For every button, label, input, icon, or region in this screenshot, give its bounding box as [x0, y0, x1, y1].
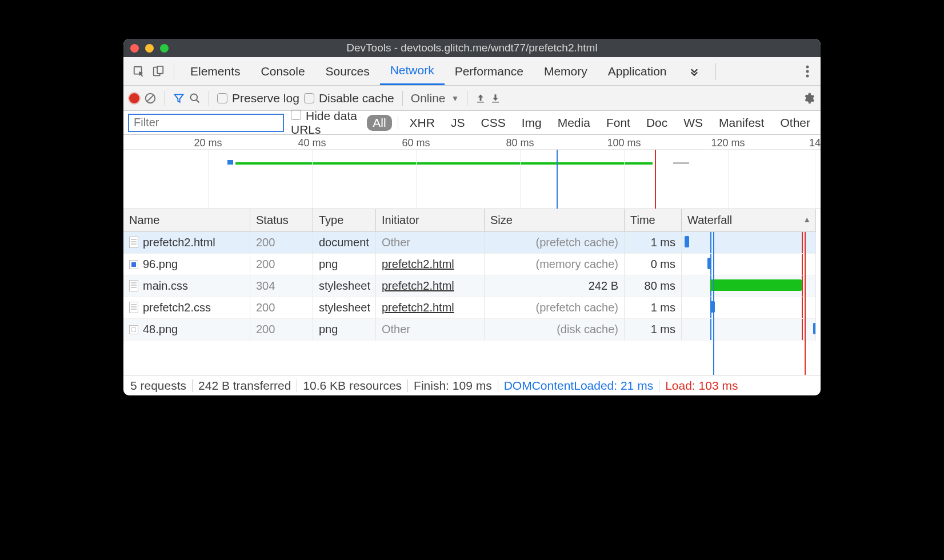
devtools-window: DevTools - devtools.glitch.me/wndt77/pre… — [123, 39, 821, 395]
tab-sources[interactable]: Sources — [315, 57, 380, 85]
more-tabs-icon[interactable] — [679, 57, 710, 85]
request-size: (disk cache) — [485, 319, 625, 341]
request-status: 200 — [250, 297, 313, 319]
filter-bar: Hide data URLs AllXHRJSCSSImgMediaFontDo… — [123, 111, 821, 135]
column-header-type[interactable]: Type — [313, 209, 376, 232]
column-header-size[interactable]: Size — [485, 209, 625, 232]
document-icon — [129, 302, 138, 313]
timeline-tick: 20 ms — [194, 137, 222, 149]
main-tab-bar: ElementsConsoleSourcesNetworkPerformance… — [123, 57, 821, 86]
request-status: 304 — [250, 275, 313, 297]
minimize-window-dot[interactable] — [145, 44, 154, 53]
inspect-element-icon[interactable] — [129, 62, 149, 81]
request-waterfall — [682, 232, 816, 254]
table-row[interactable]: prefetch2.html200documentOther(prefetch … — [123, 232, 821, 254]
titlebar: DevTools - devtools.glitch.me/wndt77/pre… — [123, 39, 821, 57]
request-type: stylesheet — [313, 297, 376, 319]
status-requests: 5 requests — [130, 379, 186, 393]
timeline-tick: 40 ms — [298, 137, 326, 149]
timeline-tick: 14 — [809, 137, 821, 149]
kebab-menu-icon[interactable] — [800, 65, 815, 78]
preserve-log-label: Preserve log — [232, 91, 299, 105]
request-waterfall — [682, 275, 816, 297]
request-table: prefetch2.html200documentOther(prefetch … — [123, 232, 821, 375]
request-time: 1 ms — [625, 232, 682, 254]
search-icon[interactable] — [189, 93, 201, 104]
filter-input[interactable] — [128, 114, 284, 132]
type-filter-css[interactable]: CSS — [475, 115, 511, 131]
svg-rect-8 — [477, 102, 484, 103]
request-waterfall — [682, 254, 816, 275]
timeline-overview[interactable]: 20 ms40 ms60 ms80 ms100 ms120 ms14 — [123, 135, 821, 209]
status-resources: 10.6 KB resources — [303, 379, 402, 393]
svg-point-5 — [806, 74, 809, 77]
preserve-log-checkbox[interactable]: Preserve log — [217, 91, 299, 105]
request-waterfall — [682, 319, 816, 341]
throttling-select[interactable]: Online ▼ — [411, 91, 459, 105]
device-toggle-icon[interactable] — [149, 62, 168, 81]
status-finish: Finish: 109 ms — [414, 379, 492, 393]
chevron-down-icon: ▼ — [451, 94, 459, 103]
type-filter-ws[interactable]: WS — [678, 115, 709, 131]
disable-cache-label: Disable cache — [319, 91, 394, 105]
request-initiator[interactable]: prefetch2.html — [376, 254, 485, 275]
zoom-window-dot[interactable] — [160, 44, 169, 53]
table-row[interactable]: 48.png200pngOther(disk cache)1 ms — [123, 319, 821, 341]
type-filter-manifest[interactable]: Manifest — [713, 115, 770, 131]
svg-rect-2 — [157, 66, 163, 73]
tab-application[interactable]: Application — [598, 57, 677, 85]
gear-icon[interactable] — [802, 92, 815, 105]
request-name: prefetch2.css — [143, 301, 211, 314]
request-initiator[interactable]: prefetch2.html — [376, 297, 485, 319]
type-filter-xhr[interactable]: XHR — [404, 115, 441, 131]
type-filter-img[interactable]: Img — [516, 115, 547, 131]
type-filter-font[interactable]: Font — [601, 115, 636, 131]
tab-console[interactable]: Console — [251, 57, 315, 85]
timeline-tick: 60 ms — [402, 137, 430, 149]
document-icon — [129, 237, 138, 248]
disable-cache-checkbox[interactable]: Disable cache — [304, 91, 394, 105]
request-status: 200 — [250, 254, 313, 275]
table-row[interactable]: 96.png200pngprefetch2.html(memory cache)… — [123, 254, 821, 275]
upload-har-icon[interactable] — [475, 93, 486, 104]
window-title: DevTools - devtools.glitch.me/wndt77/pre… — [123, 42, 821, 54]
status-domcontentloaded: DOMContentLoaded: 21 ms — [504, 379, 653, 393]
status-bar: 5 requests 242 B transferred 10.6 KB res… — [123, 375, 821, 395]
status-load: Load: 103 ms — [665, 379, 738, 393]
record-icon[interactable] — [129, 93, 139, 103]
type-filter-other[interactable]: Other — [774, 115, 816, 131]
type-filter-all[interactable]: All — [367, 115, 391, 131]
table-row[interactable]: main.css304stylesheetprefetch2.html242 B… — [123, 275, 821, 297]
tab-elements[interactable]: Elements — [180, 57, 251, 85]
tab-performance[interactable]: Performance — [445, 57, 534, 85]
type-filter-media[interactable]: Media — [552, 115, 596, 131]
request-name: 96.png — [143, 258, 178, 270]
request-time: 1 ms — [625, 297, 682, 319]
column-header-name[interactable]: Name — [123, 209, 250, 232]
svg-point-7 — [191, 94, 198, 101]
tab-network[interactable]: Network — [380, 57, 445, 85]
timeline-tick: 100 ms — [607, 137, 641, 149]
request-status: 200 — [250, 319, 313, 341]
request-initiator: Other — [376, 232, 485, 254]
hide-data-urls-checkbox[interactable]: Hide data URLs — [291, 109, 360, 137]
filter-toggle-icon[interactable] — [173, 93, 185, 104]
request-size: (prefetch cache) — [485, 297, 625, 319]
request-initiator[interactable]: prefetch2.html — [376, 275, 485, 297]
download-har-icon[interactable] — [490, 93, 501, 104]
request-type: document — [313, 232, 376, 254]
clear-icon[interactable] — [144, 92, 157, 105]
status-transferred: 242 B transferred — [198, 379, 291, 393]
column-header-status[interactable]: Status — [250, 209, 313, 232]
table-row[interactable]: prefetch2.css200stylesheetprefetch2.html… — [123, 297, 821, 319]
request-type: png — [313, 319, 376, 341]
svg-point-3 — [806, 65, 809, 68]
close-window-dot[interactable] — [130, 44, 139, 53]
request-name: main.css — [143, 279, 188, 292]
tab-memory[interactable]: Memory — [534, 57, 598, 85]
type-filter-doc[interactable]: Doc — [641, 115, 673, 131]
type-filter-js[interactable]: JS — [445, 115, 471, 131]
column-header-waterfall[interactable]: Waterfall▲ — [682, 209, 816, 232]
column-header-time[interactable]: Time — [625, 209, 682, 232]
column-header-initiator[interactable]: Initiator — [376, 209, 485, 232]
